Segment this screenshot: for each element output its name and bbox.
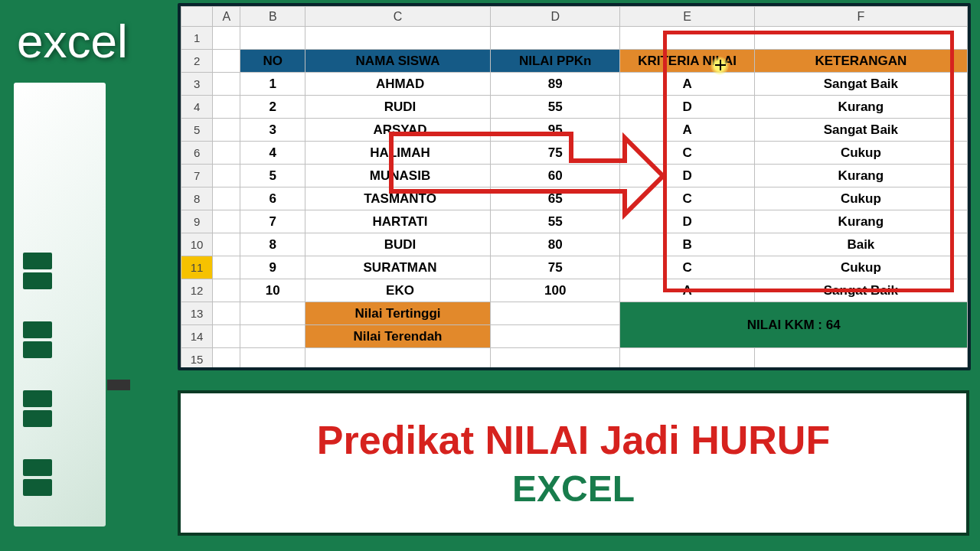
cell-keterangan[interactable]: Cukup <box>754 142 967 165</box>
cell-header-nilai[interactable]: NILAI PPKn <box>491 50 620 73</box>
cell-kriteria[interactable]: B <box>620 233 754 256</box>
cell-nama[interactable]: BUDI <box>305 233 491 256</box>
cell-nilai[interactable]: 55 <box>491 96 620 119</box>
column-header-row[interactable]: A B C D E F <box>181 7 968 27</box>
cell-no[interactable]: 4 <box>240 142 305 165</box>
table-row[interactable]: 108BUDI80BBaik <box>181 233 968 256</box>
cell-nilai[interactable]: 100 <box>491 279 620 302</box>
cell-kriteria[interactable]: D <box>620 165 754 187</box>
row-header[interactable]: 14 <box>181 325 213 348</box>
cell-nama[interactable]: ARSYAD <box>305 119 491 142</box>
cell-keterangan[interactable]: Kurang <box>754 165 967 187</box>
cell-kriteria[interactable]: A <box>620 119 754 142</box>
cell-nilai[interactable]: 89 <box>491 73 620 96</box>
cell-keterangan[interactable]: Kurang <box>754 210 967 233</box>
col-header-b[interactable]: B <box>240 7 305 27</box>
cell-nilai-kkm[interactable]: NILAI KKM : 64 <box>620 302 968 348</box>
cell[interactable] <box>213 210 240 233</box>
cell-no[interactable]: 10 <box>240 279 305 302</box>
cell[interactable] <box>213 73 240 96</box>
table-row[interactable]: 119SURATMAN75CCukup <box>181 256 968 279</box>
row-header[interactable]: 1 <box>181 27 213 50</box>
col-header-f[interactable]: F <box>754 7 967 27</box>
cell-nilai[interactable]: 75 <box>491 142 620 165</box>
cell-nama[interactable]: EKO <box>305 279 491 302</box>
cell-nama[interactable]: SURATMAN <box>305 256 491 279</box>
table-row[interactable]: 42RUDI55DKurang <box>181 96 968 119</box>
table-row[interactable]: 97HARTATI55DKurang <box>181 210 968 233</box>
cell-header-nama[interactable]: NAMA SISWA <box>305 50 491 73</box>
col-header-d[interactable]: D <box>491 7 620 27</box>
cell-header-keterangan[interactable]: KETERANGAN <box>754 50 967 73</box>
row-header[interactable]: 7 <box>181 165 213 187</box>
cell-nama[interactable]: HARTATI <box>305 210 491 233</box>
table-header-row[interactable]: 2 NO NAMA SISWA NILAI PPKn KRITERIA NILA… <box>181 50 968 73</box>
cell-no[interactable]: 2 <box>240 96 305 119</box>
cell-nilai-terendah[interactable]: Nilai Terendah <box>305 325 491 348</box>
cell[interactable] <box>213 119 240 142</box>
cell-nama[interactable]: HALIMAH <box>305 142 491 165</box>
cell-no[interactable]: 5 <box>240 165 305 187</box>
table-row[interactable]: 1 <box>181 27 968 50</box>
row-header[interactable]: 9 <box>181 210 213 233</box>
cell-no[interactable]: 3 <box>240 119 305 142</box>
row-header[interactable]: 10 <box>181 233 213 256</box>
col-header-a[interactable]: A <box>213 7 240 27</box>
cell-nilai[interactable]: 75 <box>491 256 620 279</box>
cell-no[interactable]: 7 <box>240 210 305 233</box>
worksheet-grid[interactable]: A B C D E F 1 2 NO NAMA SISWA NILAI PPKn… <box>181 6 968 370</box>
col-header-c[interactable]: C <box>305 7 491 27</box>
cell[interactable] <box>213 233 240 256</box>
row-header[interactable]: 2 <box>181 50 213 73</box>
cell-header-kriteria[interactable]: KRITERIA NILAI <box>620 50 754 73</box>
row-header[interactable]: 12 <box>181 279 213 302</box>
cell-kriteria[interactable]: D <box>620 210 754 233</box>
cell[interactable] <box>213 256 240 279</box>
table-row[interactable]: 86TASMANTO65CCukup <box>181 187 968 210</box>
cell-header-no[interactable]: NO <box>240 50 305 73</box>
cell-nilai[interactable]: 55 <box>491 210 620 233</box>
cell-no[interactable]: 9 <box>240 256 305 279</box>
table-row[interactable]: 64HALIMAH75CCukup <box>181 142 968 165</box>
cell-kriteria[interactable]: A <box>620 73 754 96</box>
cell[interactable] <box>213 187 240 210</box>
cell-nilai[interactable]: 95 <box>491 119 620 142</box>
table-row[interactable]: 13 Nilai Tertinggi NILAI KKM : 64 <box>181 302 968 325</box>
cell[interactable] <box>213 142 240 165</box>
cell-keterangan[interactable]: Sangat Baik <box>754 73 967 96</box>
cell-nama[interactable]: RUDI <box>305 96 491 119</box>
table-row[interactable]: 1210EKO100ASangat Baik <box>181 279 968 302</box>
cell[interactable] <box>213 96 240 119</box>
cell-nilai[interactable]: 80 <box>491 233 620 256</box>
cell-kriteria[interactable]: C <box>620 187 754 210</box>
cell-kriteria[interactable]: C <box>620 142 754 165</box>
cell-nama[interactable]: AHMAD <box>305 73 491 96</box>
cell-keterangan[interactable]: Baik <box>754 233 967 256</box>
col-header-e[interactable]: E <box>620 7 754 27</box>
table-row[interactable]: 53ARSYAD95ASangat Baik <box>181 119 968 142</box>
row-header[interactable]: 13 <box>181 302 213 325</box>
cell-keterangan[interactable]: Sangat Baik <box>754 119 967 142</box>
cell-keterangan[interactable]: Kurang <box>754 96 967 119</box>
cell[interactable] <box>213 279 240 302</box>
table-row[interactable]: 31AHMAD89ASangat Baik <box>181 73 968 96</box>
cell-nilai[interactable]: 60 <box>491 165 620 187</box>
table-row[interactable]: 75MUNASIB60DKurang <box>181 165 968 187</box>
cell-nilai[interactable]: 65 <box>491 187 620 210</box>
cell-no[interactable]: 1 <box>240 73 305 96</box>
cell-no[interactable]: 8 <box>240 233 305 256</box>
row-header[interactable]: 4 <box>181 96 213 119</box>
cell-kriteria[interactable]: C <box>620 256 754 279</box>
cell[interactable] <box>491 325 620 348</box>
row-header[interactable]: 15 <box>181 348 213 371</box>
row-header[interactable]: 8 <box>181 187 213 210</box>
cell-nilai-tertinggi[interactable]: Nilai Tertinggi <box>305 302 491 325</box>
cell-keterangan[interactable]: Cukup <box>754 187 967 210</box>
cell-nama[interactable]: MUNASIB <box>305 165 491 187</box>
table-row[interactable]: 15 <box>181 348 968 371</box>
cell-nama[interactable]: TASMANTO <box>305 187 491 210</box>
cell[interactable] <box>491 302 620 325</box>
cell-kriteria[interactable]: D <box>620 96 754 119</box>
row-header[interactable]: 3 <box>181 73 213 96</box>
cell-keterangan[interactable]: Cukup <box>754 256 967 279</box>
